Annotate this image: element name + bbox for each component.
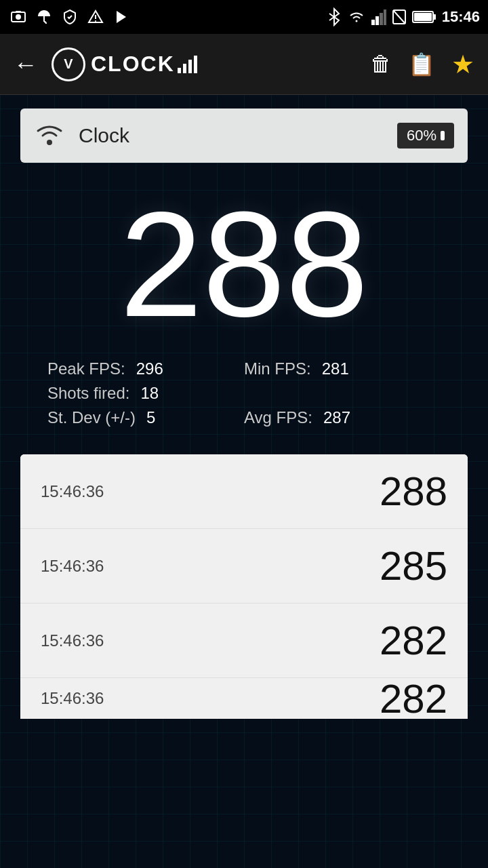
battery-terminal — [441, 131, 445, 140]
status-right-icons: 15:46 — [327, 7, 480, 26]
app-header: ← V CLOCK 🗑 📋 ★ — [0, 34, 488, 95]
min-fps-row: Min FPS: 281 — [244, 359, 441, 378]
no-sim-icon — [392, 9, 407, 25]
history-fps: 282 — [380, 678, 447, 719]
history-fps: 282 — [380, 617, 447, 664]
header-actions: 🗑 📋 ★ — [370, 50, 474, 79]
history-time: 15:46:36 — [41, 689, 104, 708]
shots-fired-label: Shots fired: — [47, 384, 129, 403]
logo-circle: V — [52, 47, 85, 81]
history-time: 15:46:36 — [41, 631, 104, 650]
svg-line-7 — [329, 17, 334, 20]
svg-rect-9 — [375, 16, 379, 25]
history-row: 15:46:36288 — [20, 454, 468, 529]
notes-button[interactable]: 📋 — [408, 52, 435, 77]
fps-value: 288 — [119, 181, 368, 348]
status-time: 15:46 — [442, 8, 480, 26]
history-fps: 288 — [380, 468, 447, 515]
svg-rect-11 — [384, 9, 386, 25]
peak-fps-value: 296 — [136, 359, 163, 378]
play-store-icon — [111, 7, 131, 27]
widget-bar: Clock 60% — [20, 108, 468, 163]
svg-rect-8 — [371, 20, 375, 25]
history-row: 15:46:36282 — [20, 604, 468, 678]
empty-row — [244, 384, 441, 403]
battery-widget: 60% — [397, 123, 454, 149]
svg-point-17 — [47, 140, 52, 145]
svg-line-6 — [329, 14, 334, 17]
fps-display: 288 — [0, 176, 488, 346]
shots-fired-value: 18 — [140, 384, 159, 403]
battery-status-icon — [412, 9, 436, 24]
stats-section: Peak FPS: 296 Min FPS: 281 Shots fired: … — [0, 346, 488, 441]
umbrella-icon — [34, 7, 54, 27]
history-table: 15:46:3628815:46:3628515:46:3628215:46:3… — [20, 454, 468, 719]
svg-rect-10 — [380, 13, 383, 25]
widget-label: Clock — [79, 124, 384, 147]
logo-text: CLOCK — [91, 52, 175, 77]
std-dev-value: 5 — [146, 408, 155, 427]
history-row: 15:46:36285 — [20, 529, 468, 604]
bluetooth-icon — [327, 7, 342, 26]
history-time: 15:46:36 — [41, 557, 104, 576]
history-fps: 285 — [380, 542, 447, 589]
wifi-status-icon — [347, 9, 366, 25]
avg-fps-row: Avg FPS: 287 — [244, 408, 441, 427]
min-fps-label: Min FPS: — [244, 359, 311, 378]
peak-fps-label: Peak FPS: — [47, 359, 125, 378]
peak-fps-row: Peak FPS: 296 — [47, 359, 244, 378]
svg-point-1 — [16, 14, 21, 20]
history-time: 15:46:36 — [41, 482, 104, 501]
shots-fired-row: Shots fired: 18 — [47, 384, 244, 403]
wifi-icon — [34, 119, 65, 153]
favorite-button[interactable]: ★ — [451, 50, 474, 79]
warning-icon — [85, 7, 106, 27]
svg-rect-16 — [414, 13, 432, 21]
svg-rect-15 — [433, 14, 436, 20]
delete-button[interactable]: 🗑 — [370, 52, 392, 77]
status-bar: 15:46 — [0, 0, 488, 34]
photo-icon — [8, 7, 28, 27]
app-logo: V CLOCK — [52, 47, 357, 81]
std-dev-row: St. Dev (+/-) 5 — [47, 408, 244, 427]
avg-fps-label: Avg FPS: — [244, 408, 312, 427]
svg-rect-2 — [16, 11, 21, 13]
std-dev-label: St. Dev (+/-) — [47, 408, 136, 427]
back-button[interactable]: ← — [14, 50, 38, 79]
signal-icon — [371, 9, 386, 25]
shield-icon — [60, 7, 80, 27]
min-fps-value: 281 — [322, 359, 349, 378]
logo-bars — [178, 56, 197, 73]
avg-fps-value: 287 — [323, 408, 350, 427]
svg-line-13 — [393, 10, 405, 24]
history-row: 15:46:36282 — [20, 678, 468, 719]
status-left-icons — [8, 7, 131, 27]
svg-point-5 — [95, 20, 96, 22]
